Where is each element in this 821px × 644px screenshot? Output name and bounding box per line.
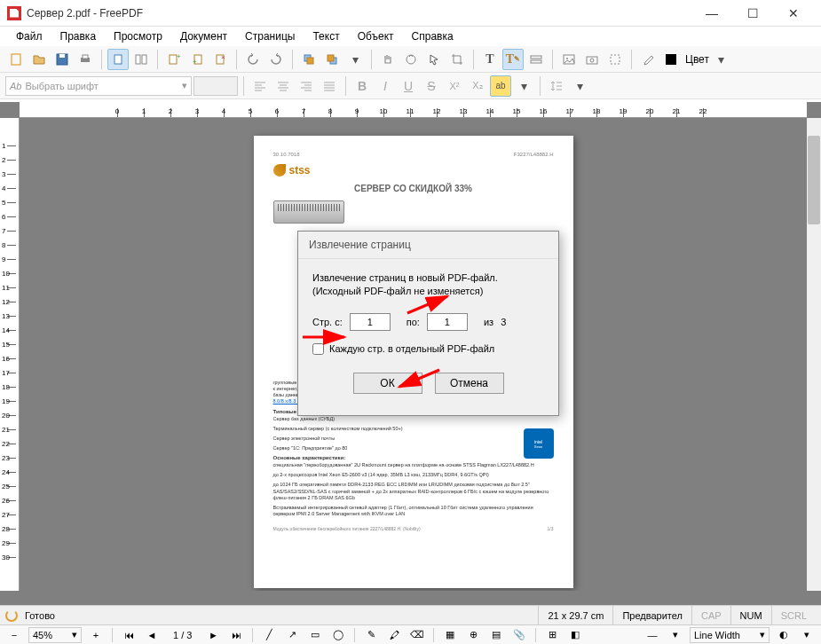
pointer-tool[interactable] [423, 49, 445, 70]
linewidth-combo[interactable]: Line Width▾ [690, 627, 770, 643]
strike-button[interactable]: S [421, 75, 442, 97]
hand-tool[interactable] [377, 49, 399, 70]
form-tool[interactable] [525, 49, 547, 70]
color-swatch[interactable] [660, 49, 682, 70]
spacing-dropdown[interactable]: ▾ [569, 75, 590, 97]
text-edit-tool[interactable]: T✎ [502, 49, 524, 70]
clip-tool[interactable] [604, 49, 626, 70]
from-page-input[interactable] [350, 313, 391, 331]
rect-tool[interactable]: ▭ [306, 627, 324, 643]
underline-button[interactable]: U [398, 75, 419, 97]
cancel-button[interactable]: Отмена [435, 373, 504, 394]
opacity-button[interactable]: ◐ [775, 627, 793, 643]
page-after-button[interactable]: + [186, 49, 208, 70]
rotate-view-button[interactable] [400, 49, 422, 70]
grid-tool[interactable]: ▦ [441, 627, 459, 643]
arrange-dropdown[interactable]: ▾ [344, 49, 366, 70]
menu-view[interactable]: Просмотр [107, 28, 170, 44]
opacity-dropdown[interactable]: ▾ [798, 627, 816, 643]
status-preview[interactable]: Предварител [612, 606, 691, 624]
svg-rect-20 [531, 60, 541, 63]
menu-object[interactable]: Объект [351, 28, 401, 44]
maximize-button[interactable]: ☐ [732, 0, 773, 27]
ok-button[interactable]: ОК [353, 373, 422, 394]
highlight-button[interactable]: ab [490, 75, 511, 97]
snapshot-tool[interactable] [581, 49, 603, 70]
highlight-dropdown[interactable]: ▾ [513, 75, 534, 97]
linestyle-dropdown[interactable]: ▾ [667, 627, 684, 643]
color-dropdown[interactable]: ▾ [711, 49, 732, 70]
page-before-button[interactable]: + [163, 49, 185, 70]
align-justify-button[interactable] [319, 75, 340, 97]
to-label: по: [407, 317, 420, 327]
last-page-button[interactable]: ⏭ [227, 627, 245, 643]
save-button[interactable] [51, 49, 73, 70]
ready-icon [5, 609, 18, 622]
note-tool[interactable]: ▤ [487, 627, 505, 643]
to-page-input[interactable] [427, 313, 468, 331]
italic-button[interactable]: I [375, 75, 396, 97]
from-label: Стр. с: [312, 317, 343, 327]
marker-tool[interactable]: 🖍 [385, 627, 403, 643]
zoom-in-button[interactable]: + [87, 627, 105, 643]
spacing-button[interactable] [546, 75, 567, 97]
svg-rect-4 [83, 55, 88, 59]
rotate-right-button[interactable] [265, 49, 287, 70]
titlebar: Сервер 2.pdf - FreePDF — ☐ ✕ [0, 0, 821, 27]
eraser-tool[interactable]: ⌫ [408, 627, 426, 643]
measure-tool[interactable]: ⊞ [543, 627, 561, 643]
attach-tool[interactable]: 📎 [510, 627, 528, 643]
ellipse-tool[interactable]: ◯ [329, 627, 347, 643]
subscript-button[interactable]: X₂ [467, 75, 488, 97]
total-pages: 3 [501, 317, 506, 327]
stamp-tool[interactable]: ⊕ [464, 627, 482, 643]
open-button[interactable] [28, 49, 50, 70]
layout-single-button[interactable] [107, 49, 129, 70]
menu-text[interactable]: Текст [305, 28, 346, 44]
align-right-button[interactable] [296, 75, 317, 97]
menu-file[interactable]: Файл [9, 28, 50, 44]
ruler-vertical: 1234567891011121314151617181920212223242… [0, 118, 20, 591]
crop-tool[interactable] [446, 49, 468, 70]
svg-rect-5 [114, 55, 122, 64]
minimize-button[interactable]: — [691, 0, 732, 27]
scrollbar-vertical[interactable] [807, 118, 821, 591]
doc-hdr-left: 30.10.7018 [273, 152, 300, 157]
line-tool[interactable]: ╱ [260, 627, 278, 643]
bold-button[interactable]: B [351, 75, 373, 97]
svg-rect-19 [531, 56, 541, 59]
menu-edit[interactable]: Правка [53, 28, 104, 44]
text-tool[interactable]: T [479, 49, 501, 70]
menu-help[interactable]: Справка [405, 28, 461, 44]
superscript-button[interactable]: X² [444, 75, 465, 97]
eyedropper-tool[interactable] [637, 49, 659, 70]
layout-double-button[interactable] [130, 49, 152, 70]
next-page-button[interactable]: ► [204, 627, 222, 643]
close-button[interactable]: ✕ [773, 0, 814, 27]
align-left-button[interactable] [249, 75, 271, 97]
font-select[interactable]: Ab Выбрать шрифт ▾ [5, 76, 192, 96]
print-button[interactable] [75, 49, 96, 70]
new-button[interactable] [5, 49, 27, 70]
bring-front-button[interactable] [321, 49, 343, 70]
prev-page-button[interactable]: ◄ [143, 627, 161, 643]
page-delete-button[interactable]: × [209, 49, 231, 70]
align-center-button[interactable] [272, 75, 294, 97]
image-tool[interactable] [558, 49, 580, 70]
arrow-tool[interactable]: ↗ [283, 627, 301, 643]
svg-text:+: + [177, 52, 181, 60]
status-dimensions: 21 x 29.7 cm [538, 606, 612, 624]
ruler-horizontal: 012345678910111213141516171819202122 [20, 102, 807, 118]
zoom-out-button[interactable]: − [5, 627, 23, 643]
menu-pages[interactable]: Страницы [238, 28, 302, 44]
tool-x[interactable]: ◧ [566, 627, 584, 643]
zoom-combo[interactable]: 45%▾ [28, 627, 82, 643]
separate-files-checkbox[interactable] [312, 343, 324, 355]
send-back-button[interactable] [298, 49, 320, 70]
font-size-select[interactable] [193, 76, 238, 96]
menu-document[interactable]: Документ [173, 28, 234, 44]
first-page-button[interactable]: ⏮ [120, 627, 138, 643]
rotate-left-button[interactable] [242, 49, 264, 70]
linestyle-button[interactable]: — [643, 627, 661, 643]
pencil-tool[interactable]: ✎ [362, 627, 380, 643]
